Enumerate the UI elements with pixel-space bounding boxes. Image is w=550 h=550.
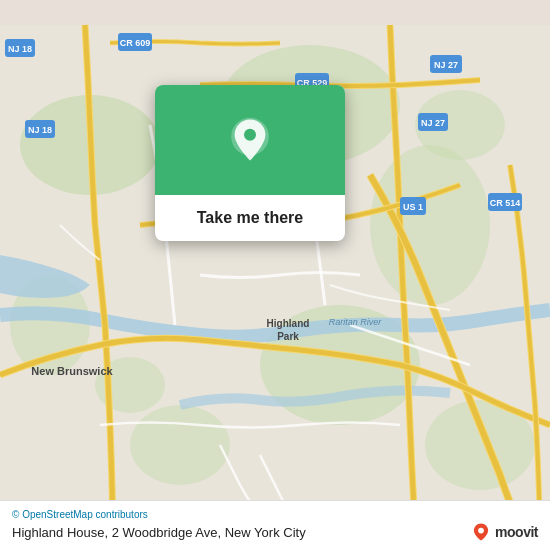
bottom-bar: © OpenStreetMap contributors Highland Ho… [0, 500, 550, 550]
osm-attribution: © OpenStreetMap contributors [12, 509, 538, 520]
popup-card: Take me there [155, 85, 345, 241]
svg-point-32 [478, 528, 484, 534]
svg-text:NJ 27: NJ 27 [421, 118, 445, 128]
map-container: NJ 27 NJ 18 NJ 18 CR 609 CR 529 NJ 27 US… [0, 0, 550, 550]
svg-text:NJ 18: NJ 18 [28, 125, 52, 135]
svg-text:Park: Park [277, 331, 299, 342]
svg-point-5 [130, 405, 230, 485]
moovit-pin-icon [471, 522, 491, 542]
location-name: Highland House, 2 Woodbridge Ave, New Yo… [12, 525, 306, 540]
map-background: NJ 27 NJ 18 NJ 18 CR 609 CR 529 NJ 27 US… [0, 0, 550, 550]
svg-text:NJ 18: NJ 18 [8, 44, 32, 54]
location-pin-icon [226, 116, 274, 164]
svg-point-31 [244, 129, 256, 141]
moovit-brand-text: moovit [495, 524, 538, 540]
location-row: Highland House, 2 Woodbridge Ave, New Yo… [12, 522, 538, 542]
svg-text:Highland: Highland [267, 318, 310, 329]
svg-text:CR 514: CR 514 [490, 198, 521, 208]
svg-text:US 1: US 1 [403, 202, 423, 212]
moovit-logo: moovit [471, 522, 538, 542]
svg-text:New Brunswick: New Brunswick [31, 365, 113, 377]
svg-point-3 [370, 145, 490, 305]
popup-green-area [155, 85, 345, 195]
take-me-there-button[interactable]: Take me there [155, 195, 345, 241]
svg-text:CR 609: CR 609 [120, 38, 151, 48]
svg-text:Raritan River: Raritan River [329, 317, 383, 327]
svg-text:NJ 27: NJ 27 [434, 60, 458, 70]
